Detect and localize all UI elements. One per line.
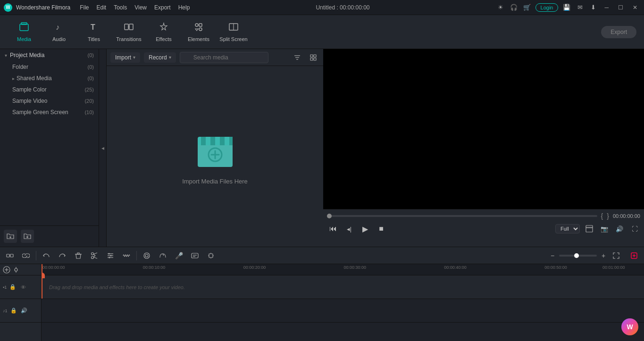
sidebar-shared-media-count: (0) xyxy=(88,75,94,81)
menu-file[interactable]: File xyxy=(80,4,89,11)
sidebar-collapse-button[interactable]: ◂ xyxy=(99,49,107,247)
save-icon[interactable]: 💾 xyxy=(562,3,571,12)
sidebar-shared-media-label: Shared Media xyxy=(17,75,52,82)
grid-view-icon[interactable] xyxy=(307,51,319,64)
menu-tools[interactable]: Tools xyxy=(114,4,127,11)
in-point-icon[interactable]: { xyxy=(601,212,603,220)
screenshot-icon[interactable]: 📷 xyxy=(599,223,610,234)
link-tracks-icon[interactable] xyxy=(11,265,21,274)
svg-rect-52 xyxy=(209,254,213,258)
zoom-in-button[interactable]: + xyxy=(599,251,608,260)
svg-line-37 xyxy=(93,257,97,258)
stabilize-icon[interactable] xyxy=(205,250,217,262)
link-button[interactable] xyxy=(20,250,32,262)
speed-icon[interactable] xyxy=(157,250,169,262)
sun-icon[interactable]: ☀ xyxy=(496,3,505,12)
menu-export[interactable]: Export xyxy=(154,4,171,11)
media-toolbar: Import ▾ Record ▾ 🔍 xyxy=(107,49,323,66)
toolbar-elements[interactable]: Elements xyxy=(182,18,215,46)
toolbar-effects-label: Effects xyxy=(156,36,171,42)
menu-help[interactable]: Help xyxy=(178,4,190,11)
svg-rect-16 xyxy=(310,55,313,57)
export-button[interactable]: Export xyxy=(601,26,636,38)
step-back-button[interactable]: ◂| xyxy=(343,223,355,235)
snap-button[interactable] xyxy=(4,250,16,262)
filter-icon[interactable] xyxy=(291,51,303,64)
timeline-settings-button[interactable] xyxy=(628,250,640,262)
toolbar-audio[interactable]: ♪ Audio xyxy=(42,18,75,46)
download-icon[interactable]: ⬇ xyxy=(588,3,598,12)
zoom-handle[interactable] xyxy=(574,253,579,258)
audio-lock-button[interactable]: 🔒 xyxy=(9,307,18,315)
maximize-button[interactable]: ☐ xyxy=(615,3,626,12)
import-button[interactable]: Import ▾ xyxy=(110,52,140,63)
sidebar-item-folder[interactable]: Folder (0) xyxy=(0,61,99,73)
search-input[interactable] xyxy=(180,52,268,63)
sidebar-item-sample-green-screen[interactable]: Sample Green Screen (10) xyxy=(0,107,99,118)
audio-wave-button[interactable] xyxy=(120,250,133,262)
watermark-logo: W xyxy=(621,318,638,335)
stop-button[interactable]: ■ xyxy=(375,223,387,235)
headphones-icon[interactable]: 🎧 xyxy=(509,3,519,12)
new-folder-button[interactable] xyxy=(4,230,17,243)
toolbar-splitscreen[interactable]: Split Screen xyxy=(217,18,250,46)
toolbar-titles[interactable]: T Titles xyxy=(77,18,110,46)
sidebar-sample-color-label: Sample Color xyxy=(12,86,47,93)
delete-button[interactable] xyxy=(72,250,84,262)
record-button[interactable]: Record ▾ xyxy=(144,52,176,63)
cart-icon[interactable]: 🛒 xyxy=(522,3,532,12)
message-icon[interactable]: ✉ xyxy=(575,3,585,12)
close-button[interactable]: ✕ xyxy=(630,3,640,12)
import-to-folder-button[interactable] xyxy=(21,230,34,243)
video-lock-button[interactable]: 🔒 xyxy=(8,283,17,291)
video-eye-button[interactable]: 👁 xyxy=(19,283,27,291)
play-button[interactable]: ▶ xyxy=(359,223,371,235)
toolbar-transitions[interactable]: Transitions xyxy=(112,18,145,46)
undo-button[interactable] xyxy=(40,250,52,262)
sidebar-item-shared-media[interactable]: ▸ Shared Media (0) xyxy=(0,73,99,84)
import-media-text: Import Media Files Here xyxy=(182,178,248,185)
title-display: Untitled : 00:00:00:00 xyxy=(316,4,369,11)
video-track-control: ▪1 🔒 👁 xyxy=(0,275,41,299)
zoom-slider[interactable] xyxy=(559,255,597,257)
out-point-icon[interactable]: } xyxy=(607,212,609,220)
toolbar-titles-label: Titles xyxy=(88,36,100,42)
audio-track-label: ♪1 xyxy=(3,308,8,313)
project-media-section[interactable]: ▾ Project Media (0) xyxy=(0,49,99,61)
add-track-icon[interactable] xyxy=(2,265,11,274)
fit-to-window-icon[interactable] xyxy=(610,250,622,262)
toolbar-media[interactable]: Media xyxy=(8,18,41,46)
mic-icon[interactable]: 🎤 xyxy=(173,250,185,262)
toolbar-media-label: Media xyxy=(17,36,31,42)
playhead[interactable] xyxy=(42,264,42,275)
zoom-out-button[interactable]: − xyxy=(548,251,557,260)
fullscreen-icon[interactable]: ⛶ xyxy=(629,223,640,234)
cut-button[interactable] xyxy=(88,250,100,262)
scrub-handle[interactable] xyxy=(327,214,332,218)
preview-area xyxy=(323,49,644,209)
svg-point-46 xyxy=(144,253,150,258)
login-button[interactable]: Login xyxy=(535,3,559,12)
redo-button[interactable] xyxy=(56,250,68,262)
menu-view[interactable]: View xyxy=(134,4,147,11)
menu-edit[interactable]: Edit xyxy=(97,4,107,11)
caption-icon[interactable] xyxy=(189,250,201,262)
track-header xyxy=(0,264,41,275)
add-to-timeline-icon[interactable] xyxy=(584,223,595,234)
adjust-button[interactable] xyxy=(104,250,117,262)
splitscreen-icon xyxy=(228,22,239,34)
sidebar-item-sample-video[interactable]: Sample Video (20) xyxy=(0,95,99,107)
minimize-button[interactable]: ─ xyxy=(602,3,611,12)
project-media-left: ▾ Project Media xyxy=(5,52,44,58)
titlebar-left: W Wondershare Filmora File Edit Tools Vi… xyxy=(4,3,190,12)
svg-rect-23 xyxy=(210,137,215,145)
toolbar-effects[interactable]: Effects xyxy=(147,18,180,46)
go-to-start-button[interactable]: ⏮ xyxy=(327,223,339,235)
scrub-bar[interactable] xyxy=(327,215,597,217)
volume-icon[interactable]: 🔊 xyxy=(614,223,625,234)
svg-point-6 xyxy=(195,24,198,26)
audio-volume-button[interactable]: 🔊 xyxy=(20,307,28,315)
sidebar-item-sample-color[interactable]: Sample Color (25) xyxy=(0,84,99,95)
color-match-icon[interactable] xyxy=(141,250,153,262)
quality-select[interactable]: Full xyxy=(555,224,580,233)
